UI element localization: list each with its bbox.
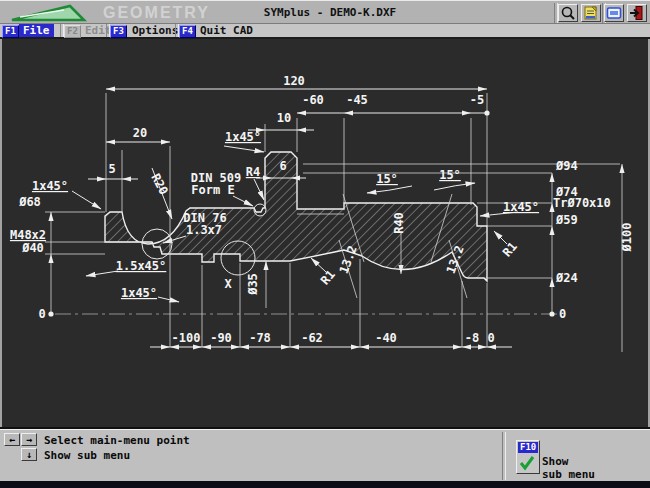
dimension-label: 1x45° — [225, 130, 261, 144]
menu-fkey-f1[interactable]: F1 — [2, 25, 19, 38]
title-bar: GEOMETRY SYMplus - DEMO-K.DXF — [0, 0, 650, 24]
window-icon — [605, 5, 623, 21]
dimension-label: -62 — [301, 331, 323, 345]
menu-item-quit-cad[interactable]: Quit CAD — [196, 24, 257, 37]
dimension-label: R4 — [246, 165, 260, 179]
dimension-label: 1.3x7 — [186, 223, 222, 237]
dimension-label: -45 — [346, 93, 368, 107]
f10-hint-line2: sub menu — [542, 468, 595, 481]
dimension-label: 0 — [559, 307, 566, 321]
status-hint-line2: Show sub menu — [44, 449, 130, 462]
arrow-down-button[interactable]: ↓ — [21, 448, 37, 461]
f10-hint-line1: Show — [542, 455, 569, 468]
dimension-label: Ø24 — [555, 271, 578, 285]
cad-drawing-canvas[interactable]: 120-60-45-5101x45°6R4DIN 509Form E15°15°… — [0, 39, 650, 427]
dimension-label: Ø35 — [246, 273, 260, 296]
dimension-label: Ø100 — [620, 223, 634, 253]
window-frame-left — [0, 39, 2, 427]
dimension-label: Ø68 — [18, 195, 41, 209]
dimension-label: X — [224, 277, 232, 291]
menu-bar: F1FileF2EditF3OptionsF4Quit CAD — [0, 24, 650, 39]
dimension-label: 15° — [439, 168, 461, 182]
menu-fkey-f3[interactable]: F3 — [110, 25, 127, 38]
dimension-label: TrØ70x10 — [553, 196, 611, 210]
menu-item-file[interactable]: File — [19, 24, 54, 37]
dimension-label: 1x45° — [121, 286, 157, 300]
zoom-button[interactable] — [558, 4, 578, 22]
notes-icon — [582, 5, 600, 21]
dimension-label: R40 — [392, 212, 406, 234]
window-frame-bottom — [0, 481, 650, 488]
dimension-label: -100 — [172, 331, 201, 345]
dimension-label: 1x45° — [503, 200, 539, 214]
zoom-icon — [559, 5, 577, 21]
dimension-label: 1x45° — [32, 179, 68, 193]
app-name: GEOMETRY — [103, 4, 210, 22]
arrow-left-icon: ← — [9, 434, 15, 445]
logo-triangle-icon — [6, 3, 96, 23]
dimension-label: 10 — [277, 111, 291, 125]
symplus-window: GEOMETRY SYMplus - DEMO-K.DXF — [0, 0, 650, 488]
dimension-label: -78 — [249, 331, 271, 345]
arrow-down-icon: ↓ — [26, 449, 32, 460]
exit-button[interactable] — [627, 4, 647, 22]
dimension-label: M48x2 — [10, 228, 46, 242]
dimension-label: -40 — [375, 331, 397, 345]
dimension-label: 15° — [376, 172, 398, 186]
dimension-label: Ø94 — [555, 159, 578, 173]
dimension-label: Ø59 — [555, 213, 578, 227]
dimension-label: R20 — [148, 171, 171, 197]
status-bar: ← → Select main-menu point ↓ Show sub me… — [0, 427, 650, 481]
notes-button[interactable] — [581, 4, 601, 22]
dimension-label: 0 — [38, 307, 45, 321]
statusbar-separator — [502, 432, 506, 480]
window-button[interactable] — [604, 4, 624, 22]
menu-fkey-f2[interactable]: F2 — [64, 25, 81, 38]
f10-key-badge: F10 — [518, 442, 538, 453]
dimension-label: -90 — [210, 331, 232, 345]
menu-fkey-f4[interactable]: F4 — [179, 25, 196, 38]
window-title: SYMplus - DEMO-K.DXF — [200, 6, 460, 19]
arrow-right-icon: → — [26, 434, 32, 445]
dimension-label: Form E — [191, 183, 234, 197]
status-hint-line1: Select main-menu point — [44, 434, 190, 447]
arrow-right-button[interactable]: → — [21, 433, 37, 446]
exit-icon — [628, 5, 646, 21]
dimension-label: 5 — [108, 162, 115, 176]
dimension-label: -8 — [465, 331, 479, 345]
arrow-left-button[interactable]: ← — [4, 433, 20, 446]
dimension-label: R1 — [500, 239, 520, 259]
dimension-label: R1 — [318, 267, 338, 287]
dimension-label: 20 — [133, 126, 147, 140]
f10-button[interactable]: F10 — [516, 440, 540, 474]
dimension-label: 1.5x45° — [116, 259, 167, 273]
dimension-label: 6 — [279, 159, 286, 173]
dimension-label: Ø40 — [21, 241, 44, 255]
dimension-label: -5 — [470, 93, 484, 107]
check-icon — [518, 454, 536, 471]
dimension-label: -60 — [302, 93, 324, 107]
dimension-label: 0 — [487, 331, 494, 345]
dimension-label: 120 — [283, 74, 305, 88]
